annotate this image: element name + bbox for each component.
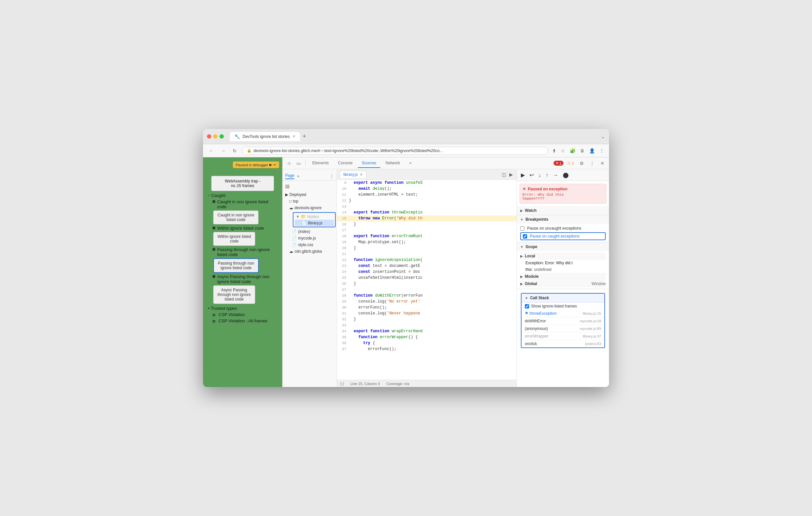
passing-through-button[interactable]: Passing through nonignore listed code [213, 258, 259, 273]
editor-tab-close-icon[interactable]: ✕ [360, 173, 363, 177]
editor-nav-more[interactable]: ▶ [508, 171, 514, 178]
code-area[interactable]: 9 export async function unsafeS 10 await… [337, 180, 517, 380]
frame-2[interactable]: doWithError mycode.js:18 [522, 317, 604, 325]
line-num-19: 19 [337, 239, 349, 245]
bookmark-icon[interactable]: ⬆ [551, 147, 557, 154]
devtools-ignore-item[interactable]: ☁ devtools-ignore [283, 205, 337, 211]
step-over-button[interactable]: ↩ [528, 171, 535, 180]
caught-item-1: Caught in non ignore listed code [212, 199, 277, 209]
step-out-button[interactable]: ↑ [544, 171, 550, 180]
resume-icon[interactable]: ▶ [269, 163, 272, 167]
code-content-12: } [349, 198, 351, 204]
step-icon[interactable]: ↩ [273, 163, 276, 167]
async-passing-button[interactable]: Async Passingthrough non ignorelisted co… [213, 285, 255, 304]
caught-circle: ○ [208, 194, 210, 197]
code-content-32: } [349, 316, 356, 322]
title-bar: 🔧 DevTools ignore list stories ✕ + ⌄ [203, 129, 609, 144]
bullet-2 [212, 227, 215, 229]
sources-container: Page » ⋮ ▤ ▶ Deployed □ top [283, 169, 609, 387]
extension-icon[interactable]: 🧩 [569, 147, 576, 154]
code-line-32: 32 } [337, 316, 517, 322]
deployed-item[interactable]: ▶ Deployed [283, 191, 337, 198]
hidden-folder[interactable]: ▼ 📁 hidden [295, 213, 334, 220]
frame-3[interactable]: (anonymous) mycode.js:89 [522, 325, 604, 333]
settings-icon[interactable]: ⚙ [578, 159, 586, 167]
maximize-button[interactable] [220, 134, 224, 139]
mycode-item[interactable]: 📄 mycode.js [283, 235, 337, 242]
code-content-29: console.log('No error yet' [349, 299, 420, 305]
forward-button[interactable]: → [219, 147, 227, 155]
webassembly-box: WebAssembly trap - no JS frames [211, 176, 274, 191]
pause-uncaught-checkbox[interactable] [520, 226, 524, 231]
close-button[interactable] [207, 134, 211, 139]
code-content-31: console.log('Never happene [349, 310, 420, 316]
within-ignore-button[interactable]: Within ignore listedcode [213, 232, 255, 246]
local-header[interactable]: ▶ Local [520, 252, 606, 260]
code-line-10: 10 await delay(); [337, 186, 517, 192]
star-icon[interactable]: ☆ [560, 147, 566, 154]
format-icon[interactable]: { } [340, 382, 344, 386]
menu-icon[interactable]: ⋮ [599, 147, 605, 154]
exception-detail: Error: Why did thishappen???? [523, 193, 603, 201]
call-stack-header[interactable]: ▼ Call Stack [522, 294, 604, 303]
code-line-13: 13 [337, 204, 517, 210]
editor-active-tab[interactable]: library.js ✕ [340, 171, 367, 178]
device-icon[interactable]: ▭ [294, 159, 303, 167]
resume-button[interactable]: ▶ [520, 171, 526, 180]
editor-nav-toggle[interactable]: ◫ [501, 171, 507, 178]
back-button[interactable]: ← [207, 147, 215, 155]
tab-close-icon[interactable]: ✕ [292, 134, 295, 139]
url-bar[interactable]: 🔒 devtools-ignore-list-stories.glitch.me… [242, 147, 548, 155]
tab-overflow-button[interactable]: ⌄ [601, 134, 605, 139]
minimize-button[interactable] [213, 134, 218, 139]
trusted-circle-2 [212, 320, 215, 323]
style-item[interactable]: 📄 style.css [283, 242, 337, 248]
devtools-close-icon[interactable]: ✕ [599, 159, 606, 167]
pause-caught-checkbox[interactable] [523, 234, 527, 239]
breakpoints-header[interactable]: ▼ Breakpoints [517, 215, 609, 224]
library-js-item[interactable]: 📄 library.js [295, 220, 334, 226]
cdn-cloud-icon: ☁ [289, 249, 293, 254]
refresh-button[interactable]: ↻ [231, 147, 239, 155]
cdn-item[interactable]: ☁ cdn.glitch.globa [283, 248, 337, 255]
line-num-24: 24 [337, 269, 349, 275]
active-tab[interactable]: 🔧 DevTools ignore list stories ✕ [230, 132, 300, 141]
inspect-icon[interactable]: ⊹ [285, 159, 293, 167]
index-item[interactable]: 📄 (index) [283, 228, 337, 235]
top-item[interactable]: □ top [283, 198, 337, 205]
mycode-label: mycode.js [298, 236, 316, 241]
code-line-33: 33 [337, 322, 517, 328]
tab-more[interactable]: » [405, 159, 415, 168]
page-tab[interactable]: Page [285, 173, 294, 179]
frame-5[interactable]: onclick (index):83 [522, 340, 604, 347]
devtools-more-icon[interactable]: ⋮ [588, 159, 597, 167]
tab-console[interactable]: Console [334, 159, 356, 168]
tab-elements[interactable]: Elements [308, 159, 333, 168]
code-content-28: function doWithError(errorFun [349, 293, 423, 299]
sources-menu-icon[interactable]: ⋮ [329, 174, 334, 179]
profile-icon[interactable]: 🖥 [579, 147, 586, 154]
new-tab-button[interactable]: + [300, 133, 309, 140]
tab-sources[interactable]: Sources [358, 159, 380, 168]
line-num-14: 14 [337, 210, 349, 215]
line-num-11: 11 [337, 192, 349, 198]
frame-1[interactable]: ⚑ throwException library.js:15 [522, 310, 604, 317]
module-header[interactable]: ▶ Module [520, 273, 606, 280]
global-label: Global [525, 281, 537, 286]
deactivate-button[interactable]: ⬤ [561, 171, 570, 180]
editor-nav: ◫ ▶ [501, 171, 514, 178]
caught-non-ignore-button[interactable]: Caught in non ignorelisted code [213, 211, 258, 224]
scope-header[interactable]: ▼ Scope [517, 242, 609, 251]
person-icon[interactable]: 👤 [588, 147, 596, 154]
sources-more-icon[interactable]: » [297, 174, 299, 179]
show-ignored-checkbox[interactable] [525, 304, 529, 308]
step-into-button[interactable]: ↓ [537, 171, 542, 180]
step-button[interactable]: → [552, 171, 559, 180]
watch-header[interactable]: ▶ Watch [517, 206, 609, 215]
global-header[interactable]: ▶ Global Window [520, 280, 606, 287]
bullet-4 [212, 275, 215, 278]
frame-4[interactable]: errorWrapper library.js:37 [522, 333, 604, 340]
tab-network[interactable]: Network [382, 159, 404, 168]
line-num-28: 28 [337, 293, 349, 299]
sidebar-toggle-icon[interactable]: ▤ [285, 183, 289, 189]
